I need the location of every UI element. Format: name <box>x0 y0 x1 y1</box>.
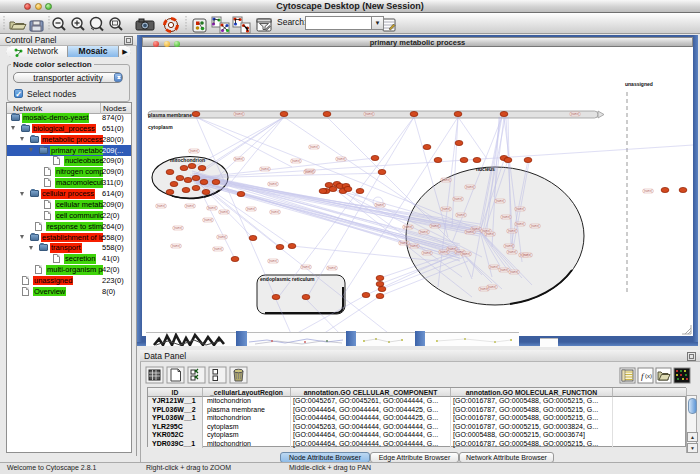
svg-text:[name]: [name] <box>457 213 466 217</box>
svg-text:[name]: [name] <box>516 207 525 211</box>
svg-text:[name]: [name] <box>410 244 419 248</box>
svg-text:[name]: [name] <box>523 253 532 257</box>
svg-text:[name]: [name] <box>644 189 653 193</box>
svg-text:[name]: [name] <box>157 204 166 208</box>
svg-text:[name]: [name] <box>508 250 517 254</box>
svg-text:[name]: [name] <box>186 204 195 208</box>
svg-text:[name]: [name] <box>510 270 519 274</box>
svg-text:[name]: [name] <box>488 285 497 289</box>
svg-text:[name]: [name] <box>531 224 540 228</box>
svg-text:unassigned: unassigned <box>625 81 653 87</box>
svg-text:[name]: [name] <box>486 232 495 236</box>
svg-text:[name]: [name] <box>462 252 471 256</box>
svg-text:[name]: [name] <box>302 265 311 269</box>
svg-text:[name]: [name] <box>500 268 509 272</box>
svg-text:[name]: [name] <box>208 206 217 210</box>
svg-text:[name]: [name] <box>235 112 244 116</box>
svg-text:[name]: [name] <box>423 251 432 255</box>
svg-text:[name]: [name] <box>490 265 499 269</box>
svg-text:[name]: [name] <box>571 112 580 116</box>
svg-text:[name]: [name] <box>502 215 511 219</box>
svg-text:[name]: [name] <box>218 235 227 239</box>
svg-text:plasma membrane: plasma membrane <box>148 112 192 118</box>
svg-text:[name]: [name] <box>431 224 440 228</box>
svg-text:[name]: [name] <box>442 207 451 211</box>
svg-text:[name]: [name] <box>328 266 337 270</box>
svg-text:[name]: [name] <box>172 244 181 248</box>
svg-text:[name]: [name] <box>404 225 413 229</box>
svg-text:[name]: [name] <box>271 210 280 214</box>
svg-text:[name]: [name] <box>508 229 517 233</box>
svg-text:[name]: [name] <box>310 145 319 149</box>
svg-text:[name]: [name] <box>190 149 199 153</box>
svg-text:[name]: [name] <box>214 247 223 251</box>
svg-text:[name]: [name] <box>505 244 514 248</box>
svg-text:(x): (x) <box>645 373 652 379</box>
svg-text:nucleus: nucleus <box>476 166 495 172</box>
svg-text:mitochondrion: mitochondrion <box>170 157 205 163</box>
svg-text:[name]: [name] <box>496 199 505 203</box>
svg-text:[name]: [name] <box>466 230 475 234</box>
svg-text:[name]: [name] <box>376 203 385 207</box>
svg-text:[name]: [name] <box>292 159 301 163</box>
svg-text:[name]: [name] <box>261 167 270 171</box>
svg-text:[name]: [name] <box>305 170 314 174</box>
svg-text:[name]: [name] <box>440 250 449 254</box>
svg-text:[name]: [name] <box>220 210 229 214</box>
svg-text:endoplasmic reticulum: endoplasmic reticulum <box>260 276 315 282</box>
svg-text:[name]: [name] <box>365 112 374 116</box>
svg-text:[name]: [name] <box>442 178 451 182</box>
svg-text:[name]: [name] <box>466 185 475 189</box>
svg-text:[name]: [name] <box>516 222 525 226</box>
svg-text:[name]: [name] <box>204 218 213 222</box>
svg-text:[name]: [name] <box>174 226 183 230</box>
svg-text:[name]: [name] <box>337 157 346 161</box>
svg-text:[name]: [name] <box>454 197 463 201</box>
svg-text:[name]: [name] <box>247 207 256 211</box>
svg-text:[name]: [name] <box>235 157 244 161</box>
svg-text:cytoplasm: cytoplasm <box>148 124 173 130</box>
svg-text:[name]: [name] <box>400 241 409 245</box>
svg-text:[name]: [name] <box>269 182 278 186</box>
svg-text:[name]: [name] <box>420 230 429 234</box>
svg-text:[name]: [name] <box>269 259 278 263</box>
